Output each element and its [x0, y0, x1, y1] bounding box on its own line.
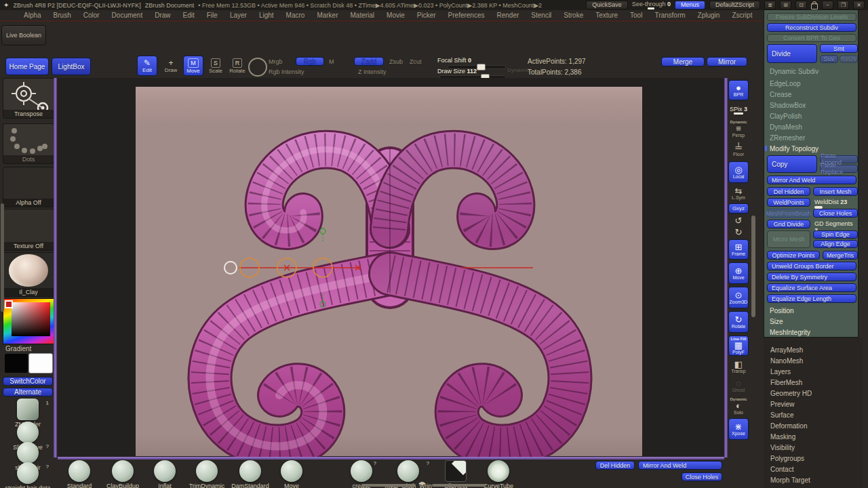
default-zscript-button[interactable]: DefaultZScript	[709, 1, 760, 9]
lsym-button[interactable]: ⇆L.Sym	[728, 186, 749, 201]
divide-button[interactable]: Divide	[767, 44, 817, 63]
m-button[interactable]: M	[329, 58, 334, 65]
zadd-button[interactable]: Zadd	[354, 57, 384, 66]
menu-zscript[interactable]: Zscript	[726, 12, 758, 19]
copy-button[interactable]: Copy	[767, 155, 817, 173]
section-dynamic-subdiv[interactable]: Dynamic Subdiv	[770, 68, 818, 75]
menu-color[interactable]: Color	[77, 12, 106, 19]
weld-dist-slider[interactable]: WeldDist 23	[814, 199, 847, 205]
stroke-preview-icon[interactable]	[248, 58, 267, 77]
transpose-axis-top[interactable]	[320, 228, 326, 234]
polyframe-button[interactable]: Line Fill ▦ PolyF	[728, 336, 749, 356]
transpose-thumbnail[interactable]: Transpose	[3, 78, 54, 119]
section-position[interactable]: Position	[770, 307, 794, 314]
menu-brush[interactable]: Brush	[47, 12, 77, 19]
bpr-button[interactable]: ●BPR	[728, 80, 749, 100]
transp-button[interactable]: ◧Transp	[728, 359, 749, 375]
menu-layer[interactable]: Layer	[224, 12, 253, 19]
palette-fibermesh[interactable]: FiberMesh	[770, 379, 802, 386]
left-tray-scrollbar[interactable]	[1, 203, 4, 312]
stroke-dots-thumbnail[interactable]: Dots	[3, 123, 54, 164]
material-thumbnail[interactable]: Il_Clay	[3, 252, 54, 297]
palette-preview[interactable]: Preview	[770, 401, 795, 408]
mirror-button[interactable]: Mirror	[707, 57, 747, 66]
reuv-button[interactable]: ReUV	[840, 55, 858, 63]
freeze-subdivision-button[interactable]: Freeze SubDivision Levels	[767, 13, 856, 21]
mesh-from-brush-button[interactable]: MeshFromBrush	[767, 209, 810, 218]
menu-light[interactable]: Light	[253, 12, 280, 19]
palette-arraymesh[interactable]: ArrayMesh	[770, 346, 803, 354]
menu-stroke[interactable]: Stroke	[557, 12, 589, 19]
palette-contact[interactable]: Contact	[770, 466, 793, 473]
section-meshintegrity[interactable]: MeshIntegrity	[770, 329, 810, 336]
zoom3d-button[interactable]: ⊙Zoom3D	[728, 287, 749, 308]
mirror-and-weld-button[interactable]: Mirror And Weld	[767, 176, 856, 184]
lock-icon[interactable]	[811, 3, 818, 9]
gxyz-button[interactable]: Gxyz	[728, 203, 749, 214]
palette-masking[interactable]: Masking	[770, 433, 795, 441]
tray-brush-move[interactable]: Move	[272, 460, 311, 488]
tray-brush-claybuildup[interactable]: ClayBuildup	[101, 460, 144, 488]
menu-tool[interactable]: Tool	[624, 12, 648, 19]
weldpoints-button[interactable]: WeldPoints	[767, 198, 810, 207]
menu-picker[interactable]: Picker	[411, 12, 442, 19]
alternate-button[interactable]: Alternate	[3, 388, 53, 396]
palette-surface[interactable]: Surface	[770, 411, 793, 419]
menu-file[interactable]: File	[201, 12, 224, 19]
layout-bar-icon[interactable]: ⊡	[795, 1, 807, 9]
unweld-groups-border-button[interactable]: Unweld Groups Border	[767, 262, 856, 270]
texture-thumbnail[interactable]: Texture Off	[3, 209, 54, 251]
section-modify-topology[interactable]: Modify Topology	[770, 145, 818, 152]
right-tray-divider[interactable]	[724, 78, 728, 458]
micro-mesh-button[interactable]: Micro Mesh	[767, 230, 810, 248]
equalize-edge-length-button[interactable]: Equalize Edge Length	[767, 294, 856, 303]
tray-close-holes-button[interactable]: Close Holes	[682, 472, 722, 481]
zscript-bar-icon[interactable]: ≣	[764, 1, 776, 9]
tray-del-hidden-button[interactable]: Del Hidden	[595, 461, 635, 470]
tray-brush-trimdynamic[interactable]: TrimDynamic	[185, 460, 229, 488]
insert-mesh-button[interactable]: Insert Mesh	[813, 187, 858, 196]
main-color-swatch[interactable]	[4, 353, 28, 373]
spin-edge-button[interactable]: Spin Edge	[813, 230, 858, 239]
palette-polygroups[interactable]: Polygroups	[770, 455, 804, 462]
menu-edit[interactable]: Edit	[177, 12, 201, 19]
del-hidden-button[interactable]: Del Hidden	[767, 187, 810, 196]
spix-nub[interactable]	[734, 113, 743, 115]
palette-nanomesh[interactable]: NanoMesh	[770, 357, 803, 365]
align-edge-button[interactable]: Align Edge	[813, 240, 858, 248]
right-shelf-scrollbar[interactable]	[751, 216, 755, 317]
dynamic-toggle[interactable]: Dynamic	[507, 67, 530, 73]
section-edgeloop[interactable]: EdgeLoop	[770, 80, 801, 87]
reconstruct-subdiv-button[interactable]: Reconstruct Subdiv	[767, 23, 856, 32]
grid-divide-button[interactable]: Grid Divide	[767, 220, 810, 228]
optimize-points-button[interactable]: Optimize Points	[767, 251, 820, 260]
tray-mirror-and-weld-button[interactable]: Mirror And Weld	[638, 461, 722, 470]
zoom-canvas-icon[interactable]: ↻	[728, 228, 749, 237]
menu-draw[interactable]: Draw	[149, 12, 176, 19]
focal-shift-nub[interactable]	[477, 64, 486, 70]
paste-replace-button[interactable]: Paste Replace	[820, 165, 858, 173]
scroll-canvas-icon[interactable]: ↺	[728, 216, 749, 225]
menu-transform[interactable]: Transform	[648, 12, 691, 19]
palette-visibility[interactable]: Visibility	[770, 444, 795, 451]
menu-preferences[interactable]: Preferences	[442, 12, 491, 19]
menu-stencil[interactable]: Stencil	[525, 12, 557, 19]
sculpt-viewport[interactable]	[58, 78, 724, 458]
switch-color-button[interactable]: SwitchColor	[3, 377, 53, 386]
floor-button[interactable]: ╧Floor	[728, 141, 749, 159]
tray-brush-standard[interactable]: Standard	[58, 460, 101, 488]
smt-toggle[interactable]: Smt	[820, 44, 858, 53]
brush-straight-hair[interactable]: ? straight hair deta	[0, 462, 56, 488]
menu-alpha[interactable]: Alpha	[18, 12, 47, 19]
menu-material[interactable]: Material	[344, 12, 381, 19]
section-claypolish[interactable]: ClayPolish	[770, 113, 802, 120]
solo-button[interactable]: Dynamic ◐ Solo	[728, 396, 749, 415]
brush-tray-scrollbar-right[interactable]	[432, 484, 486, 487]
menu-movie[interactable]: Movie	[380, 12, 411, 19]
zcut-button[interactable]: Zcut	[410, 58, 422, 65]
zsub-button[interactable]: Zsub	[389, 58, 403, 65]
palette-morph-target[interactable]: Morph Target	[770, 476, 810, 484]
transpose-start-handle[interactable]	[224, 262, 237, 274]
merge-button[interactable]: Merge	[661, 57, 705, 66]
rotate-button[interactable]: R Rotate	[228, 56, 247, 76]
